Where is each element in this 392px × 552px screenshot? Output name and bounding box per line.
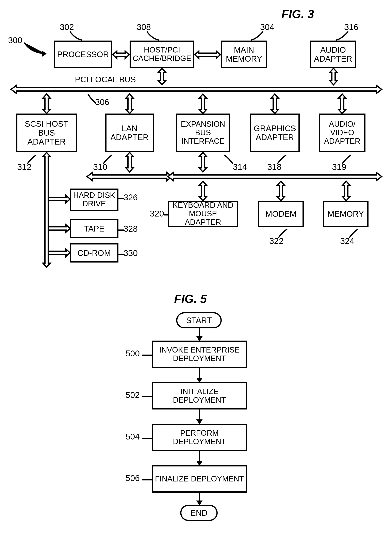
svg-marker-5 bbox=[11, 85, 382, 94]
conn-proc-host bbox=[112, 50, 130, 59]
exp-block: EXPANSION BUS INTERFACE bbox=[176, 114, 230, 152]
fig5-step0: INVOKE ENTERPRISE DEPLOYMENT bbox=[152, 341, 247, 368]
ref-314: 314 bbox=[233, 162, 247, 172]
hdd-block: HARD DISK DRIVE bbox=[70, 189, 119, 211]
svg-marker-7 bbox=[126, 94, 133, 114]
pci-bus bbox=[11, 85, 382, 94]
leader-316 bbox=[334, 30, 350, 42]
leader-308 bbox=[146, 30, 162, 42]
ref-504: 504 bbox=[126, 432, 140, 442]
conn-sub-modem bbox=[276, 181, 285, 201]
svg-marker-39 bbox=[197, 501, 202, 504]
fig3-title: FIG. 3 bbox=[281, 7, 314, 21]
svg-marker-30 bbox=[197, 378, 202, 382]
ref-328: 328 bbox=[124, 224, 138, 234]
leader-314 bbox=[223, 154, 235, 165]
conn-scsi-tape bbox=[48, 224, 70, 233]
leader-319 bbox=[341, 154, 353, 165]
pci-bus-label: PCI LOCAL BUS bbox=[75, 75, 136, 84]
ref-506: 506 bbox=[126, 473, 140, 483]
conn-lan-down bbox=[125, 152, 134, 172]
conn-bus-av bbox=[338, 94, 347, 114]
leader-322 bbox=[277, 228, 290, 239]
fig3-system-ref: 300 bbox=[8, 36, 22, 45]
svg-marker-33 bbox=[197, 420, 202, 423]
svg-marker-22 bbox=[48, 249, 70, 256]
svg-marker-27 bbox=[197, 337, 202, 340]
main-memory-block: MAIN MEMORY bbox=[221, 41, 267, 68]
svg-marker-4 bbox=[330, 68, 337, 85]
leader-326 bbox=[119, 197, 126, 201]
leader-306 bbox=[87, 93, 99, 105]
ref-326: 326 bbox=[124, 193, 138, 202]
modem-block: MODEM bbox=[258, 201, 304, 227]
svg-marker-15 bbox=[199, 181, 207, 201]
scsi-block: SCSI HOST BUS ADAPTER bbox=[16, 114, 77, 152]
fig5-step3: FINALIZE DEPLOYMENT bbox=[152, 465, 247, 493]
fig5-end: END bbox=[180, 505, 218, 521]
leader-504 bbox=[142, 436, 153, 440]
svg-marker-3 bbox=[158, 68, 166, 85]
fig5-start: START bbox=[176, 312, 222, 328]
conn-bus-scsi bbox=[42, 94, 51, 114]
leader-328 bbox=[119, 228, 126, 232]
conn-scsi-hdd bbox=[48, 195, 70, 203]
leader-304 bbox=[249, 30, 265, 42]
svg-marker-11 bbox=[126, 153, 133, 172]
fig5-title: FIG. 5 bbox=[174, 292, 207, 305]
conn-bus-exp bbox=[198, 94, 207, 114]
svg-marker-16 bbox=[277, 181, 285, 201]
svg-marker-36 bbox=[197, 462, 202, 465]
svg-marker-10 bbox=[339, 94, 346, 114]
svg-marker-17 bbox=[343, 181, 350, 201]
leader-324 bbox=[348, 228, 360, 239]
arrow-start-s0 bbox=[197, 328, 202, 341]
cdrom-block: CD-ROM bbox=[70, 243, 119, 262]
fig5-step1: INITIALIZE DEPLOYMENT bbox=[152, 382, 247, 409]
conn-audio-bus bbox=[329, 68, 338, 85]
svg-marker-14 bbox=[168, 173, 382, 181]
kbm-block: KEYBOARD AND MOUSE ADAPTER bbox=[168, 201, 238, 227]
conn-bus-lan bbox=[125, 94, 134, 114]
ref-500: 500 bbox=[126, 349, 140, 358]
ref-330: 330 bbox=[124, 248, 138, 258]
svg-marker-12 bbox=[87, 173, 172, 181]
exp-sub-bus bbox=[168, 172, 382, 181]
audio-adapter-block: AUDIO ADAPTER bbox=[310, 41, 356, 68]
arrow-s0-s1 bbox=[197, 368, 202, 382]
ref-320: 320 bbox=[150, 209, 164, 218]
leader-500 bbox=[142, 353, 153, 357]
processor-block: PROCESSOR bbox=[54, 41, 112, 68]
leader-502 bbox=[142, 395, 153, 399]
leader-318 bbox=[276, 154, 288, 165]
leader-312 bbox=[26, 154, 38, 165]
lan-net-bus bbox=[87, 172, 172, 181]
conn-exp-down bbox=[198, 152, 207, 172]
host-block: HOST/PCI CACHE/BRIDGE bbox=[130, 41, 194, 68]
svg-marker-0 bbox=[42, 52, 46, 56]
leader-506 bbox=[142, 478, 153, 482]
conn-scsi-cdrom bbox=[48, 248, 70, 257]
memory2-block: MEMORY bbox=[323, 201, 369, 227]
leader-320 bbox=[164, 213, 170, 217]
svg-marker-13 bbox=[199, 153, 207, 172]
svg-marker-20 bbox=[48, 196, 70, 203]
tape-block: TAPE bbox=[70, 219, 119, 238]
fig5-step2: PERFORM DEPLOYMENT bbox=[152, 424, 247, 451]
conn-host-mem bbox=[194, 50, 221, 59]
svg-marker-21 bbox=[48, 225, 70, 232]
arrow-s3-end bbox=[197, 493, 202, 505]
av-block: AUDIO/ VIDEO ADAPTER bbox=[319, 114, 365, 152]
conn-sub-kbm bbox=[198, 181, 207, 201]
svg-marker-6 bbox=[43, 94, 50, 114]
svg-marker-2 bbox=[195, 51, 220, 58]
conn-sub-mem2 bbox=[342, 181, 351, 201]
fig3-system-leader bbox=[23, 42, 48, 56]
ref-502: 502 bbox=[126, 390, 140, 400]
leader-330 bbox=[119, 252, 126, 256]
leader-302 bbox=[69, 30, 85, 42]
svg-marker-8 bbox=[199, 94, 207, 114]
lan-block: LAN ADAPTER bbox=[105, 114, 154, 152]
svg-marker-1 bbox=[113, 51, 129, 58]
arrow-s2-s3 bbox=[197, 451, 202, 465]
